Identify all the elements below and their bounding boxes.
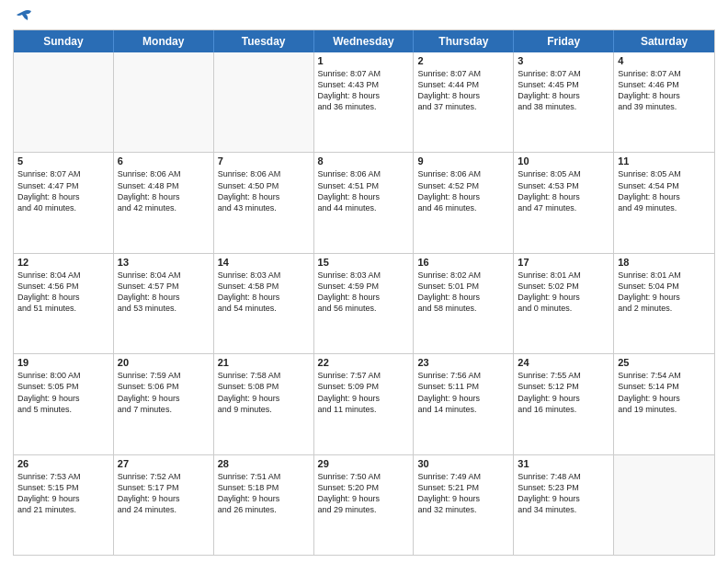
empty-cell	[614, 455, 714, 555]
day-cell-28: 28Sunrise: 7:51 AMSunset: 5:18 PMDayligh…	[214, 455, 314, 555]
page: SundayMondayTuesdayWednesdayThursdayFrid…	[0, 0, 728, 563]
day-number: 14	[218, 257, 310, 268]
day-number: 9	[417, 155, 509, 167]
week-row-3: 12Sunrise: 8:04 AMSunset: 4:56 PMDayligh…	[14, 254, 714, 354]
day-info: Sunrise: 8:06 AMSunset: 4:48 PMDaylight:…	[118, 168, 210, 213]
day-cell-7: 7Sunrise: 8:06 AMSunset: 4:50 PMDaylight…	[214, 153, 314, 252]
day-info: Sunrise: 8:04 AMSunset: 4:57 PMDaylight:…	[118, 270, 210, 315]
day-info: Sunrise: 8:05 AMSunset: 4:53 PMDaylight:…	[518, 168, 609, 213]
day-number: 17	[518, 257, 609, 268]
header-day-thursday: Thursday	[414, 30, 514, 52]
day-cell-17: 17Sunrise: 8:01 AMSunset: 5:02 PMDayligh…	[514, 254, 614, 353]
day-info: Sunrise: 7:55 AMSunset: 5:12 PMDaylight:…	[518, 370, 609, 415]
logo-bird-icon	[15, 9, 33, 24]
day-number: 10	[518, 155, 609, 167]
day-number: 22	[318, 357, 410, 368]
day-cell-25: 25Sunrise: 7:54 AMSunset: 5:14 PMDayligh…	[614, 354, 714, 454]
day-number: 7	[218, 155, 310, 167]
day-cell-8: 8Sunrise: 8:06 AMSunset: 4:51 PMDaylight…	[314, 153, 415, 252]
day-info: Sunrise: 8:03 AMSunset: 4:58 PMDaylight:…	[218, 270, 310, 315]
day-cell-1: 1Sunrise: 8:07 AMSunset: 4:43 PMDaylight…	[314, 52, 415, 152]
week-row-2: 5Sunrise: 8:07 AMSunset: 4:47 PMDaylight…	[14, 153, 714, 253]
day-number: 27	[118, 458, 210, 469]
header	[13, 9, 715, 22]
day-cell-29: 29Sunrise: 7:50 AMSunset: 5:20 PMDayligh…	[314, 455, 415, 555]
header-day-friday: Friday	[514, 30, 614, 52]
day-info: Sunrise: 7:51 AMSunset: 5:18 PMDaylight:…	[218, 471, 310, 516]
day-number: 29	[318, 458, 410, 469]
day-info: Sunrise: 8:06 AMSunset: 4:50 PMDaylight:…	[218, 168, 310, 213]
day-info: Sunrise: 7:57 AMSunset: 5:09 PMDaylight:…	[318, 370, 410, 415]
empty-cell	[14, 52, 114, 152]
day-number: 12	[17, 257, 109, 268]
day-cell-14: 14Sunrise: 8:03 AMSunset: 4:58 PMDayligh…	[214, 254, 314, 353]
day-info: Sunrise: 7:59 AMSunset: 5:06 PMDaylight:…	[118, 370, 210, 415]
day-number: 20	[118, 357, 210, 368]
empty-cell	[114, 52, 214, 152]
logo	[13, 9, 33, 22]
day-info: Sunrise: 8:07 AMSunset: 4:44 PMDaylight:…	[417, 68, 509, 113]
day-info: Sunrise: 7:48 AMSunset: 5:23 PMDaylight:…	[518, 471, 609, 516]
week-row-4: 19Sunrise: 8:00 AMSunset: 5:05 PMDayligh…	[14, 354, 714, 454]
day-number: 24	[518, 357, 609, 368]
day-info: Sunrise: 8:01 AMSunset: 5:04 PMDaylight:…	[618, 270, 711, 315]
calendar-body: 1Sunrise: 8:07 AMSunset: 4:43 PMDaylight…	[14, 52, 714, 555]
day-info: Sunrise: 7:50 AMSunset: 5:20 PMDaylight:…	[318, 471, 410, 516]
day-number: 25	[618, 357, 711, 368]
day-number: 3	[518, 55, 609, 66]
day-number: 5	[17, 155, 109, 167]
calendar: SundayMondayTuesdayWednesdayThursdayFrid…	[13, 29, 715, 556]
day-cell-22: 22Sunrise: 7:57 AMSunset: 5:09 PMDayligh…	[314, 354, 415, 454]
day-info: Sunrise: 8:01 AMSunset: 5:02 PMDaylight:…	[518, 270, 609, 315]
day-info: Sunrise: 8:07 AMSunset: 4:46 PMDaylight:…	[618, 68, 711, 113]
header-day-saturday: Saturday	[614, 30, 714, 52]
header-day-monday: Monday	[114, 30, 214, 52]
day-cell-9: 9Sunrise: 8:06 AMSunset: 4:52 PMDaylight…	[414, 153, 514, 252]
day-number: 8	[318, 155, 410, 167]
day-info: Sunrise: 7:49 AMSunset: 5:21 PMDaylight:…	[417, 471, 509, 516]
day-cell-5: 5Sunrise: 8:07 AMSunset: 4:47 PMDaylight…	[14, 153, 114, 252]
day-cell-19: 19Sunrise: 8:00 AMSunset: 5:05 PMDayligh…	[14, 354, 114, 454]
day-cell-18: 18Sunrise: 8:01 AMSunset: 5:04 PMDayligh…	[614, 254, 714, 353]
day-number: 2	[417, 55, 509, 66]
calendar-header-row: SundayMondayTuesdayWednesdayThursdayFrid…	[14, 30, 714, 52]
empty-cell	[214, 52, 314, 152]
day-cell-2: 2Sunrise: 8:07 AMSunset: 4:44 PMDaylight…	[414, 52, 514, 152]
day-number: 15	[318, 257, 410, 268]
header-day-tuesday: Tuesday	[214, 30, 314, 52]
day-number: 4	[618, 55, 711, 66]
day-number: 31	[518, 458, 609, 469]
day-number: 18	[618, 257, 711, 268]
day-info: Sunrise: 8:07 AMSunset: 4:47 PMDaylight:…	[17, 168, 109, 213]
day-info: Sunrise: 7:58 AMSunset: 5:08 PMDaylight:…	[218, 370, 310, 415]
day-cell-30: 30Sunrise: 7:49 AMSunset: 5:21 PMDayligh…	[414, 455, 514, 555]
day-cell-13: 13Sunrise: 8:04 AMSunset: 4:57 PMDayligh…	[114, 254, 214, 353]
day-info: Sunrise: 7:56 AMSunset: 5:11 PMDaylight:…	[417, 370, 509, 415]
day-cell-15: 15Sunrise: 8:03 AMSunset: 4:59 PMDayligh…	[314, 254, 415, 353]
day-number: 13	[118, 257, 210, 268]
day-info: Sunrise: 8:03 AMSunset: 4:59 PMDaylight:…	[318, 270, 410, 315]
day-number: 1	[318, 55, 410, 66]
day-cell-6: 6Sunrise: 8:06 AMSunset: 4:48 PMDaylight…	[114, 153, 214, 252]
day-cell-11: 11Sunrise: 8:05 AMSunset: 4:54 PMDayligh…	[614, 153, 714, 252]
day-cell-23: 23Sunrise: 7:56 AMSunset: 5:11 PMDayligh…	[414, 354, 514, 454]
day-cell-4: 4Sunrise: 8:07 AMSunset: 4:46 PMDaylight…	[614, 52, 714, 152]
day-info: Sunrise: 8:02 AMSunset: 5:01 PMDaylight:…	[417, 270, 509, 315]
week-row-1: 1Sunrise: 8:07 AMSunset: 4:43 PMDaylight…	[14, 52, 714, 153]
day-info: Sunrise: 8:04 AMSunset: 4:56 PMDaylight:…	[17, 270, 109, 315]
day-cell-20: 20Sunrise: 7:59 AMSunset: 5:06 PMDayligh…	[114, 354, 214, 454]
day-number: 30	[417, 458, 509, 469]
day-number: 28	[218, 458, 310, 469]
day-cell-27: 27Sunrise: 7:52 AMSunset: 5:17 PMDayligh…	[114, 455, 214, 555]
day-number: 23	[417, 357, 509, 368]
day-number: 11	[618, 155, 711, 167]
day-cell-21: 21Sunrise: 7:58 AMSunset: 5:08 PMDayligh…	[214, 354, 314, 454]
day-cell-3: 3Sunrise: 8:07 AMSunset: 4:45 PMDaylight…	[514, 52, 614, 152]
day-info: Sunrise: 8:00 AMSunset: 5:05 PMDaylight:…	[17, 370, 109, 415]
day-info: Sunrise: 8:06 AMSunset: 4:51 PMDaylight:…	[318, 168, 410, 213]
day-info: Sunrise: 8:05 AMSunset: 4:54 PMDaylight:…	[618, 168, 711, 213]
day-cell-12: 12Sunrise: 8:04 AMSunset: 4:56 PMDayligh…	[14, 254, 114, 353]
header-day-sunday: Sunday	[14, 30, 114, 52]
day-info: Sunrise: 8:07 AMSunset: 4:43 PMDaylight:…	[318, 68, 410, 113]
day-number: 21	[218, 357, 310, 368]
